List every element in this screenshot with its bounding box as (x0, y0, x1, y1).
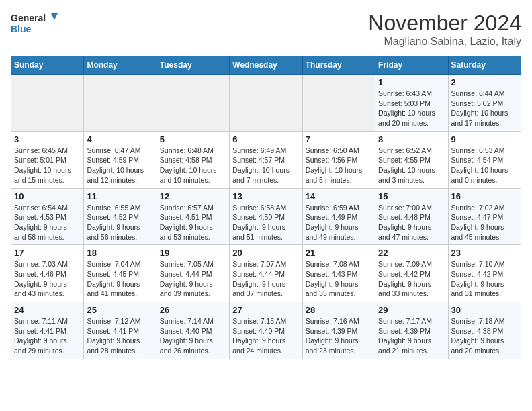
day-number: 21 (306, 248, 372, 258)
calendar-week-row: 17Sunrise: 7:03 AMSunset: 4:46 PMDayligh… (11, 245, 521, 302)
day-number: 18 (87, 248, 153, 258)
day-info: Sunrise: 6:49 AMSunset: 4:57 PMDaylight:… (232, 146, 299, 185)
svg-text:Blue: Blue (11, 24, 32, 34)
day-info: Sunrise: 7:08 AMSunset: 4:43 PMDaylight:… (306, 259, 372, 299)
calendar-cell: 13Sunrise: 6:58 AMSunset: 4:50 PMDayligh… (230, 188, 302, 245)
day-info: Sunrise: 7:12 AMSunset: 4:41 PMDaylight:… (87, 316, 153, 356)
calendar-cell: 3Sunrise: 6:45 AMSunset: 5:01 PMDaylight… (11, 131, 84, 188)
calendar-cell: 12Sunrise: 6:57 AMSunset: 4:51 PMDayligh… (157, 188, 229, 245)
title-block: November 2024 Magliano Sabina, Lazio, It… (368, 11, 521, 48)
calendar-cell (157, 75, 229, 132)
day-number: 12 (160, 191, 226, 201)
calendar-cell: 30Sunrise: 7:18 AMSunset: 4:38 PMDayligh… (448, 302, 521, 359)
calendar-week-row: 1Sunrise: 6:43 AMSunset: 5:03 PMDaylight… (11, 75, 521, 132)
day-info: Sunrise: 7:04 AMSunset: 4:45 PMDaylight:… (87, 259, 153, 299)
month-title: November 2024 (368, 11, 521, 36)
day-info: Sunrise: 6:45 AMSunset: 5:01 PMDaylight:… (14, 146, 81, 185)
day-number: 29 (378, 305, 445, 315)
day-info: Sunrise: 6:47 AMSunset: 4:59 PMDaylight:… (87, 146, 153, 185)
day-number: 27 (232, 305, 299, 315)
calendar-cell (84, 75, 157, 132)
calendar-cell: 21Sunrise: 7:08 AMSunset: 4:43 PMDayligh… (302, 245, 375, 302)
calendar-cell: 17Sunrise: 7:03 AMSunset: 4:46 PMDayligh… (11, 245, 84, 302)
day-number: 3 (14, 134, 81, 144)
day-info: Sunrise: 7:18 AMSunset: 4:38 PMDaylight:… (451, 316, 518, 356)
day-number: 14 (306, 191, 372, 201)
calendar-cell: 29Sunrise: 7:17 AMSunset: 4:39 PMDayligh… (375, 302, 448, 359)
weekday-header: Friday (375, 56, 448, 75)
calendar-cell: 27Sunrise: 7:15 AMSunset: 4:40 PMDayligh… (230, 302, 302, 359)
calendar-cell: 6Sunrise: 6:49 AMSunset: 4:57 PMDaylight… (230, 131, 302, 188)
calendar-cell: 19Sunrise: 7:05 AMSunset: 4:44 PMDayligh… (157, 245, 229, 302)
calendar-cell: 15Sunrise: 7:00 AMSunset: 4:48 PMDayligh… (375, 188, 448, 245)
weekday-header: Wednesday (230, 56, 302, 75)
calendar-cell: 8Sunrise: 6:52 AMSunset: 4:55 PMDaylight… (375, 131, 448, 188)
calendar-cell (302, 75, 375, 132)
calendar-cell: 22Sunrise: 7:09 AMSunset: 4:42 PMDayligh… (375, 245, 448, 302)
calendar-cell: 16Sunrise: 7:02 AMSunset: 4:47 PMDayligh… (448, 188, 521, 245)
calendar-cell: 14Sunrise: 6:59 AMSunset: 4:49 PMDayligh… (302, 188, 375, 245)
page-header: General Blue November 2024 Magliano Sabi… (11, 11, 521, 48)
day-info: Sunrise: 7:00 AMSunset: 4:48 PMDaylight:… (378, 203, 445, 242)
day-number: 24 (14, 305, 81, 315)
calendar-cell: 1Sunrise: 6:43 AMSunset: 5:03 PMDaylight… (375, 75, 448, 132)
calendar-cell (11, 75, 84, 132)
day-info: Sunrise: 6:58 AMSunset: 4:50 PMDaylight:… (232, 203, 299, 242)
day-info: Sunrise: 7:17 AMSunset: 4:39 PMDaylight:… (378, 316, 445, 356)
calendar-cell: 10Sunrise: 6:54 AMSunset: 4:53 PMDayligh… (11, 188, 84, 245)
day-number: 15 (378, 191, 445, 201)
day-number: 22 (378, 248, 445, 258)
day-number: 23 (451, 248, 518, 258)
day-info: Sunrise: 7:11 AMSunset: 4:41 PMDaylight:… (14, 316, 81, 356)
day-info: Sunrise: 6:54 AMSunset: 4:53 PMDaylight:… (14, 203, 81, 242)
calendar-cell: 9Sunrise: 6:53 AMSunset: 4:54 PMDaylight… (448, 131, 521, 188)
day-info: Sunrise: 7:07 AMSunset: 4:44 PMDaylight:… (232, 259, 299, 299)
day-number: 1 (378, 77, 445, 87)
day-info: Sunrise: 6:44 AMSunset: 5:02 PMDaylight:… (451, 89, 518, 128)
day-info: Sunrise: 6:53 AMSunset: 4:54 PMDaylight:… (451, 146, 518, 185)
day-number: 25 (87, 305, 153, 315)
calendar-cell: 11Sunrise: 6:55 AMSunset: 4:52 PMDayligh… (84, 188, 157, 245)
day-info: Sunrise: 7:16 AMSunset: 4:39 PMDaylight:… (306, 316, 372, 356)
day-number: 26 (160, 305, 226, 315)
day-number: 28 (306, 305, 372, 315)
day-number: 4 (87, 134, 153, 144)
day-number: 7 (306, 134, 372, 144)
calendar-cell: 20Sunrise: 7:07 AMSunset: 4:44 PMDayligh… (230, 245, 302, 302)
day-info: Sunrise: 6:50 AMSunset: 4:56 PMDaylight:… (306, 146, 372, 185)
day-number: 17 (14, 248, 81, 258)
calendar-cell (230, 75, 302, 132)
day-number: 16 (451, 191, 518, 201)
location: Magliano Sabina, Lazio, Italy (368, 36, 521, 48)
day-info: Sunrise: 7:03 AMSunset: 4:46 PMDaylight:… (14, 259, 81, 299)
day-number: 2 (451, 77, 518, 87)
logo: General Blue (11, 11, 58, 38)
calendar-cell: 5Sunrise: 6:48 AMSunset: 4:58 PMDaylight… (157, 131, 229, 188)
day-info: Sunrise: 6:52 AMSunset: 4:55 PMDaylight:… (378, 146, 445, 185)
day-number: 30 (451, 305, 518, 315)
day-info: Sunrise: 7:02 AMSunset: 4:47 PMDaylight:… (451, 203, 518, 242)
weekday-header: Monday (84, 56, 157, 75)
day-info: Sunrise: 7:05 AMSunset: 4:44 PMDaylight:… (160, 259, 226, 299)
weekday-header: Sunday (11, 56, 84, 75)
calendar-cell: 18Sunrise: 7:04 AMSunset: 4:45 PMDayligh… (84, 245, 157, 302)
day-number: 13 (232, 191, 299, 201)
calendar-cell: 24Sunrise: 7:11 AMSunset: 4:41 PMDayligh… (11, 302, 84, 359)
day-number: 19 (160, 248, 226, 258)
day-info: Sunrise: 6:59 AMSunset: 4:49 PMDaylight:… (306, 203, 372, 242)
weekday-header: Saturday (448, 56, 521, 75)
day-info: Sunrise: 6:57 AMSunset: 4:51 PMDaylight:… (160, 203, 226, 242)
day-info: Sunrise: 7:15 AMSunset: 4:40 PMDaylight:… (232, 316, 299, 356)
calendar-cell: 7Sunrise: 6:50 AMSunset: 4:56 PMDaylight… (302, 131, 375, 188)
day-number: 9 (451, 134, 518, 144)
svg-text:General: General (11, 13, 46, 24)
calendar-cell: 26Sunrise: 7:14 AMSunset: 4:40 PMDayligh… (157, 302, 229, 359)
calendar-cell: 2Sunrise: 6:44 AMSunset: 5:02 PMDaylight… (448, 75, 521, 132)
calendar-table: SundayMondayTuesdayWednesdayThursdayFrid… (11, 56, 521, 359)
day-info: Sunrise: 6:55 AMSunset: 4:52 PMDaylight:… (87, 203, 153, 242)
day-info: Sunrise: 6:48 AMSunset: 4:58 PMDaylight:… (160, 146, 226, 185)
weekday-header: Thursday (302, 56, 375, 75)
calendar-week-row: 24Sunrise: 7:11 AMSunset: 4:41 PMDayligh… (11, 302, 521, 359)
calendar-week-row: 3Sunrise: 6:45 AMSunset: 5:01 PMDaylight… (11, 131, 521, 188)
day-number: 6 (232, 134, 299, 144)
